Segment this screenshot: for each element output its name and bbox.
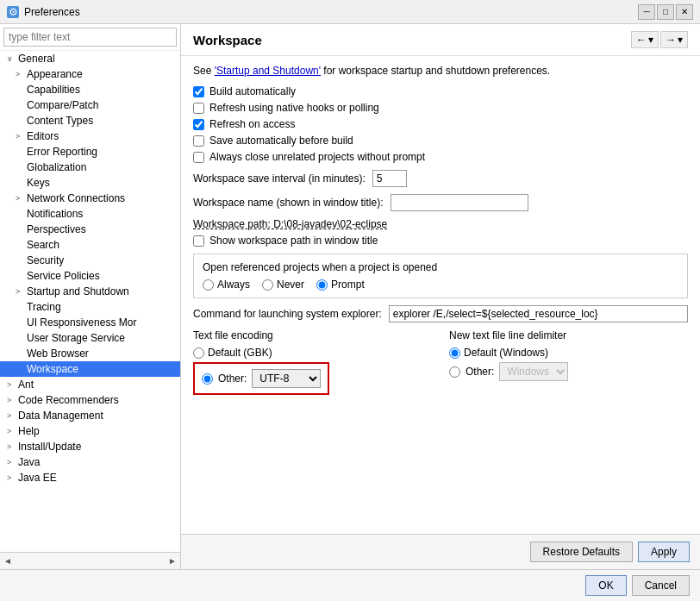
explorer-label: Command for launching system explorer: (193, 308, 382, 320)
encoding-select[interactable]: UTF-8UTF-16GBKISO-8859-1 (252, 369, 321, 388)
checkbox-build-auto[interactable] (193, 86, 204, 97)
radio-item-never: Never (262, 279, 304, 291)
restore-defaults-button[interactable]: Restore Defaults (530, 542, 633, 562)
radio-always[interactable] (203, 279, 214, 291)
tree-label-security: Security (27, 254, 64, 266)
close-button[interactable]: ✕ (676, 4, 693, 20)
nav-buttons: ← ▾ → ▾ (631, 31, 688, 48)
tree-label-java-ee: Java EE (18, 472, 57, 484)
tree-item-data-management[interactable]: >Data Management (0, 408, 180, 423)
label-refresh-access: Refresh on access (209, 118, 295, 130)
tree-item-network-connections[interactable]: >Network Connections (0, 191, 180, 206)
tree-item-error-reporting[interactable]: Error Reporting (0, 144, 180, 160)
tree-item-code-recommenders[interactable]: >Code Recommenders (0, 392, 180, 408)
tree-item-java[interactable]: >Java (0, 454, 180, 470)
tree-item-content-types[interactable]: Content Types (0, 113, 180, 128)
tree-label-install-update: Install/Update (18, 441, 81, 453)
nav-forward-button[interactable]: → ▾ (660, 31, 688, 48)
radio-prompt[interactable] (316, 279, 328, 291)
tree-item-ui-responsiveness[interactable]: UI Responsiveness Mor (0, 315, 180, 330)
left-footer: ◄ ► (0, 552, 180, 569)
tree-item-perspectives[interactable]: Perspectives (0, 222, 180, 237)
tree-item-ant[interactable]: >Ant (0, 377, 180, 392)
expand-icon-startup-shutdown: > (16, 287, 24, 296)
label-build-auto: Build automatically (209, 85, 296, 97)
checkbox-close-unrelated[interactable] (193, 152, 204, 163)
expand-icon-java: > (7, 458, 16, 466)
tree-item-globalization[interactable]: Globalization (0, 160, 180, 175)
checkbox-save-auto[interactable] (193, 135, 204, 147)
app-icon: ⚙ (7, 6, 19, 18)
scroll-right-arrow[interactable]: ► (168, 556, 177, 566)
delimiter-default-label: Default (Windows) (464, 347, 548, 359)
checkbox-row-close-unrelated: Always close unrelated projects without … (193, 151, 688, 163)
nav-back-button[interactable]: ← ▾ (631, 31, 659, 48)
tree-item-keys[interactable]: Keys (0, 175, 180, 191)
checkboxes-container: Build automaticallyRefresh using native … (193, 85, 688, 163)
checkbox-refresh-access[interactable] (193, 119, 204, 130)
encoding-delimiter-section: Text file encoding Default (GBK) Other: … (193, 329, 688, 395)
startup-shutdown-link[interactable]: 'Startup and Shutdown' (215, 65, 321, 77)
expand-icon-general: ∨ (7, 54, 16, 63)
tree-item-security[interactable]: Security (0, 253, 180, 268)
expand-icon-appearance: > (16, 70, 24, 78)
ok-button[interactable]: OK (585, 575, 626, 596)
explorer-input[interactable] (389, 305, 688, 322)
tree-label-web-browser: Web Browser (27, 347, 89, 360)
encoding-default-label: Default (GBK) (208, 347, 272, 359)
cancel-button[interactable]: Cancel (632, 575, 690, 596)
scroll-left-arrow[interactable]: ◄ (3, 556, 12, 566)
right-body: See 'Startup and Shutdown' for workspace… (181, 56, 700, 534)
apply-button[interactable]: Apply (638, 542, 690, 562)
tree-item-tracing[interactable]: Tracing (0, 299, 180, 315)
tree-item-search[interactable]: Search (0, 237, 180, 253)
tree-item-service-policies[interactable]: Service Policies (0, 268, 180, 284)
tree-item-workspace[interactable]: Workspace (0, 361, 180, 377)
info-text: See 'Startup and Shutdown' for workspace… (193, 65, 688, 77)
save-interval-input[interactable] (372, 170, 407, 187)
minimize-button[interactable]: ─ (638, 4, 655, 20)
delimiter-other-row: Other: WindowsUnixMac (449, 362, 688, 381)
delimiter-default-radio[interactable] (449, 347, 460, 359)
tree-item-web-browser[interactable]: Web Browser (0, 346, 180, 361)
workspace-path-text: Workspace path: D:\08-javadev\02-eclipse (193, 218, 387, 230)
tree-label-network-connections: Network Connections (27, 192, 125, 204)
label-close-unrelated: Always close unrelated projects without … (209, 151, 425, 163)
checkbox-row-refresh-access: Refresh on access (193, 118, 688, 130)
label-refresh-native: Refresh using native hooks or polling (209, 102, 379, 114)
save-interval-row: Workspace save interval (in minutes): (193, 170, 688, 187)
show-path-checkbox[interactable] (193, 235, 204, 247)
tree-item-compare-patch[interactable]: Compare/Patch (0, 97, 180, 113)
dialog-footer: OK Cancel (0, 569, 700, 601)
tree-item-general[interactable]: ∨General (0, 51, 180, 66)
tree-item-java-ee[interactable]: >Java EE (0, 470, 180, 485)
radio-never[interactable] (262, 279, 273, 291)
tree-label-java: Java (18, 456, 40, 468)
encoding-other-radio[interactable] (202, 373, 213, 385)
encoding-default-radio[interactable] (193, 347, 204, 359)
tree-item-startup-shutdown[interactable]: >Startup and Shutdown (0, 284, 180, 299)
maximize-button[interactable]: □ (657, 4, 674, 20)
tree-item-install-update[interactable]: >Install/Update (0, 439, 180, 454)
tree-label-search: Search (27, 239, 59, 251)
tree-item-notifications[interactable]: Notifications (0, 206, 180, 222)
workspace-name-label: Workspace name (shown in window title): (193, 197, 384, 209)
expand-icon-code-recommenders: > (7, 396, 16, 404)
checkbox-row-refresh-native: Refresh using native hooks or polling (193, 102, 688, 114)
checkbox-row-build-auto: Build automatically (193, 85, 688, 97)
tree-item-editors[interactable]: >Editors (0, 128, 180, 144)
checkbox-refresh-native[interactable] (193, 103, 204, 114)
expand-icon-network-connections: > (16, 194, 24, 203)
tree-item-appearance[interactable]: >Appearance (0, 66, 180, 82)
checkbox-row-save-auto: Save automatically before build (193, 135, 688, 147)
delimiter-select[interactable]: WindowsUnixMac (499, 362, 568, 381)
workspace-name-input[interactable] (391, 194, 528, 211)
tree-label-appearance: Appearance (27, 68, 83, 80)
filter-input[interactable] (3, 28, 177, 47)
open-referenced-section: Open referenced projects when a project … (193, 254, 688, 298)
tree-label-capabilities: Capabilities (27, 84, 80, 96)
tree-item-help[interactable]: >Help (0, 423, 180, 439)
tree-item-user-storage[interactable]: User Storage Service (0, 330, 180, 346)
delimiter-other-radio[interactable] (449, 366, 460, 378)
tree-item-capabilities[interactable]: Capabilities (0, 82, 180, 97)
